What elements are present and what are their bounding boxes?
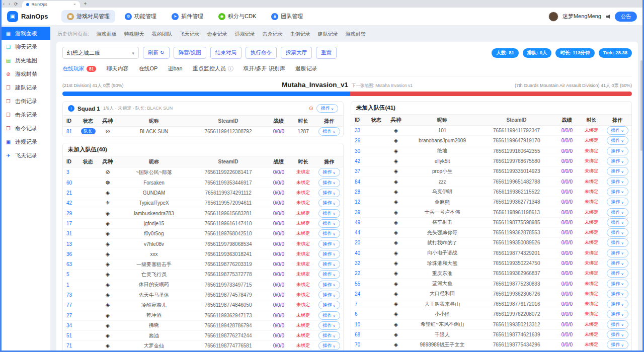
player-id[interactable]: 33: [351, 128, 367, 133]
player-id[interactable]: 12: [351, 199, 367, 205]
player-id[interactable]: 55: [351, 281, 367, 287]
row-action-button[interactable]: 操作: [607, 198, 628, 206]
row-action-button[interactable]: 操作: [607, 249, 628, 257]
player-id[interactable]: 77: [63, 302, 78, 308]
row-action-button[interactable]: 操作: [318, 281, 340, 289]
sidebar-item[interactable]: ⊘ 游戏封禁: [0, 67, 50, 81]
row-action-button[interactable]: 操作: [318, 219, 340, 228]
sidebar-item[interactable]: ✈ 飞天记录: [0, 149, 50, 162]
player-id[interactable]: 42: [351, 158, 367, 164]
player-id[interactable]: 70: [351, 342, 367, 347]
row-action-button[interactable]: 操作: [318, 301, 340, 309]
player-id[interactable]: 60: [63, 180, 78, 186]
history-link[interactable]: 游戏面板: [97, 31, 117, 38]
player-id[interactable]: 29: [63, 211, 78, 216]
player-id[interactable]: 17: [63, 221, 78, 226]
row-action-button[interactable]: 操作: [607, 126, 628, 135]
player-id[interactable]: 6: [351, 311, 367, 317]
megaphone-icon[interactable]: [606, 15, 610, 19]
nav-item[interactable]: ▣ 游戏对局管理: [61, 10, 115, 23]
row-action-button[interactable]: 操作: [607, 340, 628, 349]
row-action-button[interactable]: 操作: [607, 167, 628, 175]
row-action-button[interactable]: 操作: [318, 209, 340, 218]
player-id[interactable]: 51: [63, 333, 78, 338]
history-link[interactable]: 飞天记录: [180, 31, 200, 38]
row-action-button[interactable]: 操作: [607, 218, 628, 227]
row-action-button[interactable]: 操作: [318, 199, 340, 207]
player-id[interactable]: 63: [63, 261, 78, 267]
player-id[interactable]: 30: [351, 148, 367, 154]
row-action-button[interactable]: 操作: [318, 189, 340, 197]
player-id[interactable]: 37: [351, 168, 367, 174]
row-action-button[interactable]: 操作: [318, 250, 340, 258]
player-id[interactable]: 24: [351, 291, 367, 297]
player-id[interactable]: 40: [351, 250, 367, 256]
tab-item[interactable]: 退服记录: [295, 65, 317, 72]
toolbar-button[interactable]: 投票大厅: [281, 47, 312, 59]
row-action-button[interactable]: 操作: [607, 238, 628, 247]
nav-item[interactable]: ♟ 团队管理: [266, 10, 308, 23]
toolbar-button[interactable]: 结束对局: [210, 47, 242, 59]
player-id[interactable]: 5: [63, 272, 78, 277]
player-id[interactable]: 34: [63, 323, 78, 328]
player-id[interactable]: 3: [63, 169, 78, 175]
row-action-button[interactable]: 操作: [607, 290, 628, 298]
tab-item[interactable]: 双开/多开 识别库: [244, 65, 285, 72]
sidebar-item[interactable]: ❒ 击杀记录: [0, 108, 50, 122]
player-id[interactable]: 22: [351, 271, 367, 276]
row-action-button[interactable]: 操作: [607, 320, 628, 329]
page-scrollbar[interactable]: [640, 60, 642, 151]
row-action-button[interactable]: 操作: [318, 270, 340, 279]
sidebar-item[interactable]: ❒ 击倒记录: [0, 95, 50, 108]
player-id[interactable]: 31: [63, 231, 78, 236]
row-action-button[interactable]: 操作: [607, 280, 628, 288]
toolbar-button[interactable]: 执行命令: [246, 47, 277, 59]
unlock-icon[interactable]: ⊙: [309, 105, 313, 112]
tab-item[interactable]: 聊天内容: [106, 65, 128, 72]
row-action-button[interactable]: 操作: [607, 208, 628, 217]
row-action-button[interactable]: 操作: [607, 178, 628, 186]
player-id[interactable]: 1: [63, 282, 78, 288]
squad-action-button[interactable]: 操作: [316, 104, 338, 113]
toolbar-button[interactable]: 重置: [316, 47, 337, 59]
row-action-button[interactable]: 操作: [318, 341, 340, 350]
row-action-button[interactable]: 操作: [318, 229, 340, 238]
player-id[interactable]: 21: [63, 190, 78, 196]
toolbar-button[interactable]: 刷新 ↻: [143, 47, 170, 59]
history-link[interactable]: 特殊聊天: [124, 31, 144, 38]
history-link[interactable]: 游戏封禁: [346, 31, 366, 38]
sidebar-item[interactable]: ▦ 游戏面板: [0, 27, 50, 40]
tab-item[interactable]: 在线玩家 81: [62, 65, 96, 72]
player-id[interactable]: 20: [351, 240, 367, 245]
tab-close-icon[interactable]: ×: [73, 2, 76, 7]
tab-item[interactable]: 重点监控人员: [193, 65, 233, 72]
row-action-button[interactable]: 操作: [607, 330, 628, 339]
sidebar-item[interactable]: ❏ 聊天记录: [0, 40, 50, 54]
player-id[interactable]: 49: [351, 220, 367, 225]
history-link[interactable]: 击杀记录: [263, 31, 283, 38]
row-action-button[interactable]: 操作: [607, 259, 628, 268]
announce-button[interactable]: 公告: [615, 12, 637, 22]
player-id[interactable]: 68: [351, 332, 367, 337]
player-id[interactable]: 27: [63, 313, 78, 318]
history-link[interactable]: 我的团队: [152, 31, 172, 38]
row-action-button[interactable]: 操作: [318, 240, 340, 248]
sidebar-item[interactable]: ❒ 命令记录: [0, 122, 50, 135]
player-id[interactable]: 42: [63, 200, 78, 206]
player-id[interactable]: 13: [63, 241, 78, 247]
player-id[interactable]: 36: [63, 251, 78, 257]
tab-item[interactable]: 在线OP: [138, 65, 157, 72]
row-action-button[interactable]: 操作: [318, 291, 340, 299]
player-id[interactable]: 10: [351, 322, 367, 327]
row-action-button[interactable]: 操作: [607, 188, 628, 196]
player-id[interactable]: 73: [63, 292, 78, 298]
nav-item[interactable]: ◉ 积分与CDK: [213, 10, 262, 23]
row-action-button[interactable]: 操作: [607, 157, 628, 165]
new-tab-icon[interactable]: +: [84, 1, 87, 8]
browser-reload-icon[interactable]: ⟳: [14, 1, 18, 8]
row-action-button[interactable]: 操作: [318, 179, 340, 187]
history-link[interactable]: 建队记录: [318, 31, 338, 38]
row-action-button[interactable]: 操作: [607, 136, 628, 145]
row-action-button[interactable]: 操作: [318, 127, 340, 136]
player-id[interactable]: 28: [351, 189, 367, 195]
